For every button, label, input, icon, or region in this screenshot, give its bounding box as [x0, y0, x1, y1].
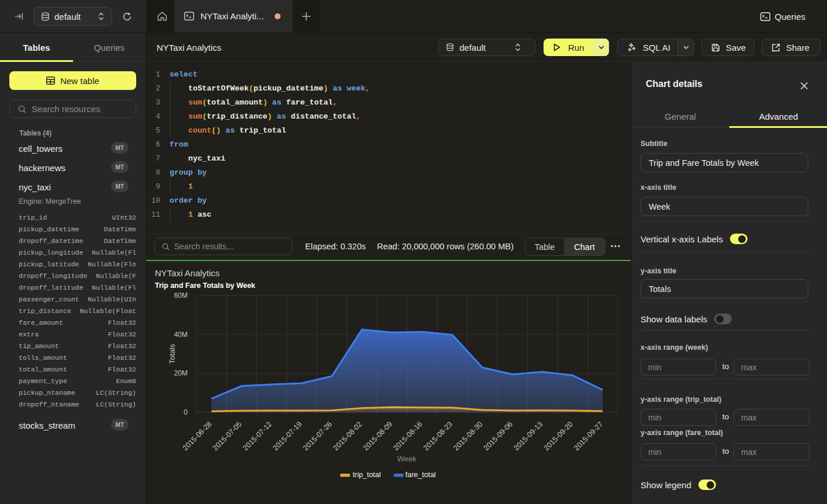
svg-text:NYTaxi Analytics: NYTaxi Analytics — [155, 268, 220, 278]
svg-text:2015-09-20: 2015-09-20 — [542, 420, 575, 452]
svg-text:2015-07-12: 2015-07-12 — [241, 420, 274, 452]
svg-text:2015-08-23: 2015-08-23 — [422, 420, 454, 452]
svg-text:2015-08-02: 2015-08-02 — [331, 420, 364, 452]
svg-text:0: 0 — [184, 408, 188, 416]
svg-text:2015-07-26: 2015-07-26 — [302, 420, 334, 452]
svg-text:fare_total: fare_total — [406, 471, 436, 479]
svg-text:2015-07-05: 2015-07-05 — [211, 420, 243, 452]
svg-text:2015-09-13: 2015-09-13 — [512, 420, 544, 452]
svg-text:2015-07-19: 2015-07-19 — [271, 420, 303, 452]
svg-text:60M: 60M — [174, 291, 188, 300]
svg-text:trip_total: trip_total — [353, 471, 381, 479]
svg-text:Totals: Totals — [168, 344, 177, 364]
svg-text:2015-08-30: 2015-08-30 — [452, 420, 484, 452]
svg-text:2015-09-27: 2015-09-27 — [572, 420, 604, 452]
svg-text:2015-08-16: 2015-08-16 — [392, 420, 424, 452]
svg-text:Trip and Fare Totals by Week: Trip and Fare Totals by Week — [155, 281, 255, 290]
svg-text:Week: Week — [397, 454, 417, 463]
svg-text:2015-06-28: 2015-06-28 — [181, 420, 213, 452]
svg-text:20M: 20M — [174, 369, 188, 377]
svg-text:2015-08-09: 2015-08-09 — [362, 420, 394, 452]
svg-text:40M: 40M — [174, 331, 188, 339]
svg-text:2015-09-06: 2015-09-06 — [482, 420, 514, 452]
